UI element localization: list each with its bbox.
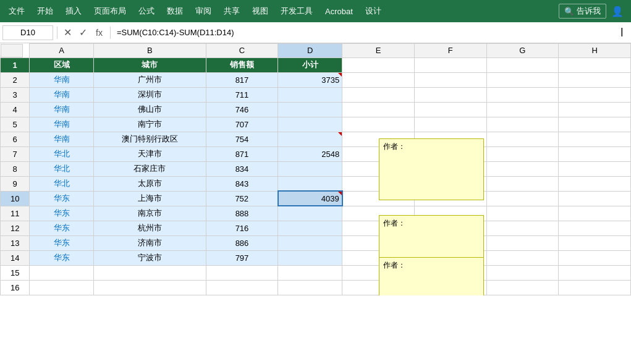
cell-d8[interactable]: [278, 161, 342, 176]
cell-g4[interactable]: [486, 102, 559, 117]
cell-a9[interactable]: 华北: [30, 176, 94, 191]
cell-g12[interactable]: [486, 221, 559, 235]
cell-d14[interactable]: [278, 250, 342, 265]
cell-g5[interactable]: [486, 117, 559, 132]
cell-d13[interactable]: [278, 235, 342, 250]
cell-c2[interactable]: 817: [206, 72, 278, 87]
cell-b4[interactable]: 佛山市: [94, 102, 206, 117]
cell-b15[interactable]: [94, 265, 206, 280]
col-header-f[interactable]: F: [414, 44, 486, 58]
cell-a13[interactable]: 华东: [30, 235, 94, 250]
cell-c15[interactable]: [206, 265, 278, 280]
cell-d9[interactable]: [278, 176, 342, 191]
cell-c8[interactable]: 834: [206, 161, 278, 176]
col-header-h[interactable]: H: [559, 44, 631, 58]
menu-data[interactable]: 数据: [161, 3, 189, 19]
cell-c5[interactable]: 707: [206, 117, 278, 132]
cell-h9[interactable]: [559, 176, 631, 191]
cell-b12[interactable]: 杭州市: [94, 221, 206, 235]
cell-g10[interactable]: [486, 191, 559, 206]
menu-home[interactable]: 开始: [31, 3, 59, 19]
cell-reference-input[interactable]: [2, 25, 53, 40]
cell-b9[interactable]: 太原市: [94, 176, 206, 191]
cell-d3[interactable]: [278, 87, 342, 102]
cell-h5[interactable]: [559, 117, 631, 132]
cell-h8[interactable]: [559, 161, 631, 176]
cell-h3[interactable]: [559, 87, 631, 102]
cell-h13[interactable]: [559, 235, 631, 250]
cell-c14[interactable]: 797: [206, 250, 278, 265]
cell-h14[interactable]: [559, 250, 631, 265]
cell-g13[interactable]: [486, 235, 559, 250]
cell-d2[interactable]: 3735: [278, 72, 342, 87]
cell-h4[interactable]: [559, 102, 631, 117]
cell-b7[interactable]: 天津市: [94, 146, 206, 161]
cell-a5[interactable]: 华南: [30, 117, 94, 132]
cell-b5[interactable]: 南宁市: [94, 117, 206, 132]
col-header-b[interactable]: B: [94, 44, 206, 58]
cell-a2[interactable]: 华南: [30, 72, 94, 87]
cell-h16[interactable]: [559, 280, 631, 295]
cell-b8[interactable]: 石家庄市: [94, 161, 206, 176]
cell-c9[interactable]: 843: [206, 176, 278, 191]
cell-h7[interactable]: [559, 146, 631, 161]
user-icon[interactable]: 👤: [606, 3, 629, 20]
cell-a6[interactable]: 华南: [30, 132, 94, 146]
cell-g7[interactable]: [486, 146, 559, 161]
cell-d16[interactable]: [278, 280, 342, 295]
cell-d15[interactable]: [278, 265, 342, 280]
cell-d4[interactable]: [278, 102, 342, 117]
cell-g15[interactable]: [486, 265, 559, 280]
cell-b6[interactable]: 澳门特别行政区: [94, 132, 206, 146]
cell-h1[interactable]: [559, 57, 631, 72]
cell-g11[interactable]: [486, 206, 559, 221]
cell-e3[interactable]: [342, 87, 415, 102]
confirm-formula-button[interactable]: ✓: [77, 27, 90, 38]
cell-b16[interactable]: [94, 280, 206, 295]
cell-g3[interactable]: [486, 87, 559, 102]
cell-c1[interactable]: 销售额: [206, 57, 278, 72]
cell-a8[interactable]: 华北: [30, 161, 94, 176]
cell-g9[interactable]: [486, 176, 559, 191]
cell-f2[interactable]: [414, 72, 486, 87]
cell-d10[interactable]: 4039: [278, 191, 342, 206]
cell-g6[interactable]: [486, 132, 559, 146]
cell-f4[interactable]: [414, 102, 486, 117]
cell-c6[interactable]: 754: [206, 132, 278, 146]
col-header-g[interactable]: G: [486, 44, 559, 58]
cell-d11[interactable]: [278, 206, 342, 221]
menu-formula[interactable]: 公式: [132, 3, 161, 19]
cell-g8[interactable]: [486, 161, 559, 176]
cell-c10[interactable]: 752: [206, 191, 278, 206]
menu-design[interactable]: 设计: [359, 3, 387, 19]
cell-h6[interactable]: [559, 132, 631, 146]
cell-g14[interactable]: [486, 250, 559, 265]
cell-h12[interactable]: [559, 221, 631, 235]
cell-c13[interactable]: 886: [206, 235, 278, 250]
cell-f1[interactable]: [414, 57, 486, 72]
cell-b10[interactable]: 上海市: [94, 191, 206, 206]
cell-c4[interactable]: 746: [206, 102, 278, 117]
cell-a3[interactable]: 华南: [30, 87, 94, 102]
cell-a12[interactable]: 华东: [30, 221, 94, 235]
cell-b1[interactable]: 城市: [94, 57, 206, 72]
cell-b2[interactable]: 广州市: [94, 72, 206, 87]
cell-a15[interactable]: [30, 265, 94, 280]
cell-d12[interactable]: [278, 221, 342, 235]
cell-d7[interactable]: 2548: [278, 146, 342, 161]
cell-g1[interactable]: [486, 57, 559, 72]
menu-share[interactable]: 共享: [218, 3, 246, 19]
cell-e2[interactable]: [342, 72, 415, 87]
col-header-a[interactable]: A: [30, 44, 94, 58]
cell-h2[interactable]: [559, 72, 631, 87]
cell-h11[interactable]: [559, 206, 631, 221]
cell-e5[interactable]: [342, 117, 415, 132]
menu-file[interactable]: 文件: [2, 3, 31, 19]
cell-f3[interactable]: [414, 87, 486, 102]
menu-insert[interactable]: 插入: [59, 3, 88, 19]
cell-a11[interactable]: 华东: [30, 206, 94, 221]
cancel-formula-button[interactable]: ✕: [61, 27, 74, 38]
cell-d6[interactable]: [278, 132, 342, 146]
cell-c11[interactable]: 888: [206, 206, 278, 221]
cell-c12[interactable]: 716: [206, 221, 278, 235]
